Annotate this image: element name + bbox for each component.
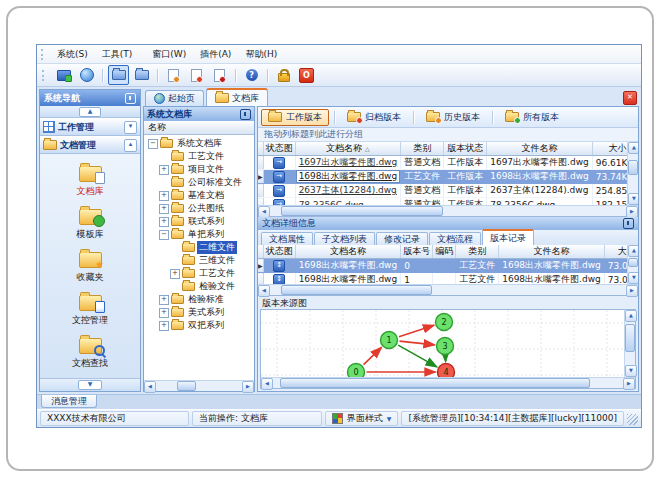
tree-node-5[interactable]: +公共图纸 <box>146 202 254 215</box>
column-header[interactable]: 状态图 <box>263 245 295 259</box>
table-row[interactable]: →78.2356C.dwg普通文档工作版本78.2356C.dwg182.15K… <box>258 198 627 206</box>
expand-icon[interactable]: + <box>159 321 169 331</box>
expand-icon[interactable]: + <box>159 308 169 318</box>
doc-add-button[interactable] <box>163 65 184 85</box>
tree-horizontal-scrollbar[interactable]: ◀ ▶ <box>144 380 254 391</box>
menu-item-1[interactable]: 工具(T) <box>95 47 140 61</box>
scroll-thumb[interactable] <box>177 381 196 391</box>
detail-tab-0[interactable]: 文档属性 <box>261 232 313 245</box>
tree-node-4[interactable]: +基准文档 <box>146 189 254 202</box>
version-filter-0[interactable]: 工作版本 <box>261 109 329 126</box>
column-header[interactable]: 状态图 <box>263 142 295 156</box>
sidebar-item-0[interactable]: 文档库 <box>40 159 140 202</box>
sidebar-item-2[interactable]: ★收藏夹 <box>40 245 140 288</box>
document-table-vscrollbar[interactable]: ▲ ▼ <box>627 142 638 205</box>
tree-node-9[interactable]: 三维文件 <box>146 254 254 267</box>
tree-node-3[interactable]: 公司标准文件 <box>146 176 254 189</box>
menu-item-2[interactable]: 窗口(W) <box>145 47 193 61</box>
ui-style-selector[interactable]: 界面样式 ▼ <box>325 411 399 426</box>
library-open-button[interactable] <box>108 65 129 85</box>
tab-message-management[interactable]: 消息管理 <box>41 395 97 408</box>
scroll-thumb[interactable] <box>628 258 638 267</box>
version-filter-2[interactable]: 历史版本 <box>419 109 487 126</box>
tree-node-0[interactable]: −系统文档库 <box>146 137 254 150</box>
scroll-up-icon[interactable]: ▲ <box>628 245 638 257</box>
scroll-down-icon[interactable]: ▼ <box>625 365 637 377</box>
menu-item-0[interactable]: 系统(S) <box>50 47 95 61</box>
scroll-up-icon[interactable]: ▲ <box>625 310 637 322</box>
table-row[interactable]: ▶→1698出水嘴零件图.dwg工艺文件工作版本1698出水嘴零件图.dwg73… <box>258 170 627 184</box>
tree-node-8[interactable]: 二维文件 <box>146 241 254 254</box>
graph-hscrollbar[interactable]: ◀ ▶ <box>261 377 635 388</box>
tree-node-13[interactable]: +美式系列 <box>146 306 254 319</box>
library-view-button[interactable] <box>131 65 152 85</box>
table-row[interactable]: →2637主体(12284).dwg普通文档工作版本2637主体(12284).… <box>258 184 627 198</box>
doc-edit-button[interactable] <box>186 65 207 85</box>
tree-node-2[interactable]: +项目文件 <box>146 163 254 176</box>
detail-tab-1[interactable]: 子文档列表 <box>314 232 375 245</box>
scroll-right-icon[interactable]: ▶ <box>242 381 254 393</box>
scroll-down-icon[interactable]: ▼ <box>628 193 638 205</box>
graph-vscrollbar[interactable]: ▲ ▼ <box>624 310 635 377</box>
menu-item-3[interactable]: 插件(A) <box>193 47 238 61</box>
doc-name-cell[interactable]: 1697出水嘴零件图.dwg <box>295 156 401 170</box>
doc-name-cell[interactable]: 78.2356C.dwg <box>295 198 401 206</box>
column-header[interactable]: 版本号 <box>401 245 433 259</box>
version-filter-3[interactable]: 所有版本 <box>498 109 566 126</box>
tab-start-page[interactable]: 起始页 <box>145 90 204 106</box>
tab-document-library[interactable]: 文档库 <box>206 88 268 106</box>
doc-delete-button[interactable] <box>209 65 230 85</box>
table-row[interactable]: ▶↕1698出水嘴零件图.dwg0工艺文件1698出水嘴零件图.dwg73.00… <box>258 259 627 273</box>
chevron-down-icon[interactable]: ▼ <box>78 380 102 390</box>
pin-icon[interactable] <box>240 109 251 120</box>
sidebar-group-1[interactable]: 文档管理▴ <box>40 136 140 154</box>
scroll-down-icon[interactable]: ▼ <box>628 272 638 284</box>
expand-icon[interactable]: + <box>159 295 169 305</box>
column-header[interactable]: 编码 <box>433 245 456 259</box>
sidebar-group-0[interactable]: 工作管理▾ <box>40 118 140 136</box>
column-header[interactable]: 文档名称 <box>295 245 401 259</box>
doc-name-cell[interactable]: 1698出水嘴零件图.dwg <box>295 170 401 184</box>
doc-name-cell[interactable]: 2637主体(12284).dwg <box>295 184 401 198</box>
tree-node-11[interactable]: 检验文件 <box>146 280 254 293</box>
scroll-thumb[interactable] <box>625 324 635 352</box>
column-header[interactable]: 版本状态 <box>444 142 487 156</box>
chevron-down-icon[interactable]: ▾ <box>124 121 137 134</box>
doc-name-cell[interactable]: 1698出水嘴零件图.dwg <box>295 259 401 273</box>
detail-tab-3[interactable]: 文档流程 <box>429 232 481 245</box>
version-filter-1[interactable]: 归档版本 <box>340 109 408 126</box>
exit-button[interactable]: O <box>296 65 317 85</box>
detail-tab-2[interactable]: 修改记录 <box>376 232 428 245</box>
collapse-icon[interactable]: − <box>159 230 169 240</box>
expand-icon[interactable]: + <box>159 217 169 227</box>
expand-icon[interactable]: + <box>159 204 169 214</box>
tree-node-12[interactable]: +检验标准 <box>146 293 254 306</box>
scroll-right-icon[interactable]: ▶ <box>623 378 635 390</box>
tree-column-header[interactable]: 名称 <box>144 121 254 135</box>
sidebar-item-3[interactable]: 文控管理 <box>40 288 140 331</box>
doc-name-cell[interactable]: 1698出水嘴零件图.dwg <box>295 273 401 285</box>
scroll-left-icon[interactable]: ◀ <box>144 381 156 393</box>
tree-node-1[interactable]: 工艺文件 <box>146 150 254 163</box>
column-header[interactable]: 大小 <box>592 142 627 156</box>
expand-icon[interactable]: + <box>170 269 180 279</box>
version-table-hscrollbar[interactable]: ◀ ▶ <box>258 284 638 295</box>
scroll-thumb[interactable] <box>281 206 443 216</box>
scroll-up-icon[interactable]: ▲ <box>628 142 638 154</box>
sidebar-item-1[interactable]: 模板库 <box>40 202 140 245</box>
scroll-left-icon[interactable]: ◀ <box>261 378 273 390</box>
pin-icon[interactable] <box>125 93 136 104</box>
pin-icon[interactable] <box>623 218 634 229</box>
resize-grip[interactable] <box>627 414 638 425</box>
table-row[interactable]: ↕1698出水嘴零件图.dwg1工艺文件1698出水嘴零件图.dwg73.00K… <box>258 273 627 285</box>
scroll-thumb[interactable] <box>280 378 590 388</box>
tree-node-7[interactable]: −单把系列 <box>146 228 254 241</box>
workstation-button[interactable] <box>53 65 74 85</box>
column-header[interactable]: 类别 <box>401 142 444 156</box>
scroll-thumb[interactable] <box>281 285 433 295</box>
column-header[interactable]: 文档名称△ <box>295 142 401 156</box>
chevron-up-icon[interactable]: ▴ <box>124 139 137 152</box>
lock-button[interactable] <box>273 65 294 85</box>
table-row[interactable]: →1697出水嘴零件图.dwg普通文档工作版本1697出水嘴零件图.dwg96.… <box>258 156 627 170</box>
expand-icon[interactable]: + <box>159 191 169 201</box>
